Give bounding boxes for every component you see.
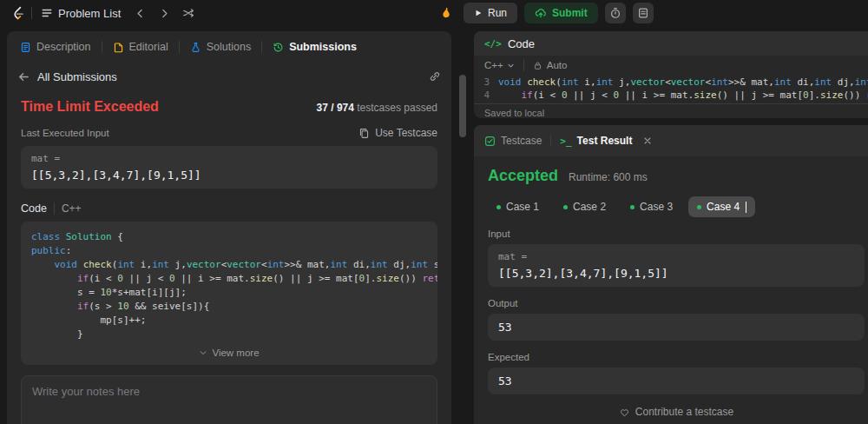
notes-input[interactable] [21,375,437,424]
divider [31,7,32,19]
last-input-row: Last Executed Input Use Testcase [21,127,437,139]
code-editor-panel: </> Code C++ [474,31,868,118]
panel-tabs: Description Editorial Solutions [7,31,451,63]
editor-title: Code [508,37,535,50]
output-box: 53 [488,314,865,341]
shuffle-button[interactable] [178,3,199,23]
divider [523,59,524,71]
divider [179,41,180,53]
close-tab-button[interactable] [641,134,654,148]
expected-label: Expected [488,352,865,362]
topbar: Problem List [0,0,868,26]
auto-toggle[interactable]: Auto [533,60,568,70]
lock-icon [533,61,542,70]
run-button[interactable]: Run [464,3,517,23]
description-icon [20,42,31,53]
case-label: Case 4 [707,201,740,213]
stopwatch-icon [609,7,621,19]
prev-problem-button[interactable] [129,3,150,23]
result-status-line: Accepted Runtime: 600 ms [488,167,865,185]
right-column: </> Code C++ [474,31,868,424]
flame-icon [439,6,453,20]
problem-list-button[interactable]: Problem List [36,7,126,20]
next-problem-button[interactable] [154,3,174,23]
passed-count: 37 / 974 [317,102,354,114]
input-var-label: mat = [498,251,854,262]
cloud-upload-icon [535,7,547,19]
arrow-left-icon [17,70,30,83]
input-value: [[5,3,2],[3,4,7],[9,1,5]] [498,267,854,280]
back-button[interactable] [17,70,30,83]
code-section-label: Code [21,202,47,215]
editor-header: </> Code [474,31,868,56]
chevron-down-icon [199,348,207,357]
output-value: 53 [498,321,854,334]
language-selector[interactable]: C++ [484,60,515,70]
submission-detail: Time Limit Exceeded 37 / 974 testcases p… [7,90,451,424]
case-2-chip[interactable]: Case 2 [555,196,615,217]
chevron-left-icon [135,8,146,19]
chevron-right-icon [159,8,170,19]
scrollbar-thumb[interactable] [459,75,466,137]
leetcode-logo-icon [10,5,25,21]
use-testcase-button[interactable]: Use Testcase [358,127,437,139]
case-status-dot [697,205,701,209]
code-editor[interactable]: 3void check(int i,int j,vector<vector<in… [474,75,868,102]
submitted-code-block: class Solution {public: void check(int i… [21,222,437,365]
tab-editorial[interactable]: Editorial [108,37,173,56]
case-status-dot [496,205,501,209]
output-label: Output [488,298,865,308]
passed-label: testcases passed [357,102,437,114]
note-icon [637,7,649,19]
expected-box: 53 [488,368,865,394]
testcases-passed: 37 / 974 testcases passed [317,102,437,114]
view-more-label: View more [212,348,259,358]
copy-link-button[interactable] [429,70,441,83]
case-label: Case 3 [640,201,673,213]
notes-button[interactable] [633,3,654,23]
input-box: mat = [[5,3,2],[3,4,7],[9,1,5]] [488,244,865,287]
flask-icon [190,42,201,53]
case-label: Case 1 [506,201,539,213]
view-more-button[interactable]: View more [31,341,427,361]
timer-button[interactable] [605,3,626,23]
text-cursor [746,202,746,213]
divider [550,135,551,147]
tab-submissions[interactable]: Submissions [268,37,361,56]
input-label: Input [488,229,865,239]
tab-label: Submissions [289,41,357,53]
problem-list-label: Problem List [58,7,121,20]
code-lines: class Solution {public: void check(int i… [31,230,427,341]
main-area: Description Editorial Solutions [0,31,868,424]
streak-button[interactable] [436,3,457,23]
play-icon [474,9,483,17]
clipboard-icon [358,128,370,139]
chevron-down-icon [507,62,515,70]
tab-label: Test Result [577,135,633,147]
history-icon [273,42,284,53]
tab-solutions[interactable]: Solutions [186,37,255,56]
tab-label: Editorial [129,41,168,53]
case-1-chip[interactable]: Case 1 [488,196,548,217]
contribute-label: Contribute a testcase [635,406,733,418]
result-status: Accepted [488,167,558,185]
result-tabs: Testcase >_ Test Result [474,125,868,156]
leetcode-logo[interactable] [7,3,28,23]
tab-testcase[interactable]: Testcase [484,135,542,147]
run-label: Run [488,7,507,19]
case-label: Case 2 [573,201,606,213]
case-3-chip[interactable]: Case 3 [621,196,681,217]
language-label: C++ [484,60,503,70]
contribute-testcase-button[interactable]: Contribute a testcase [488,406,865,418]
case-list: Case 1 Case 2 Case 3 Case 4 [488,196,865,217]
tab-test-result[interactable]: >_ Test Result [560,135,632,147]
case-4-chip[interactable]: Case 4 [688,196,755,217]
case-status-dot [630,205,635,209]
code-icon: </> [484,38,502,50]
tab-description[interactable]: Description [16,37,95,56]
input-var-label: mat = [31,153,427,164]
divider [102,41,102,53]
submit-button[interactable]: Submit [524,3,598,23]
terminal-icon: >_ [560,136,571,147]
tab-label: Testcase [501,135,542,147]
